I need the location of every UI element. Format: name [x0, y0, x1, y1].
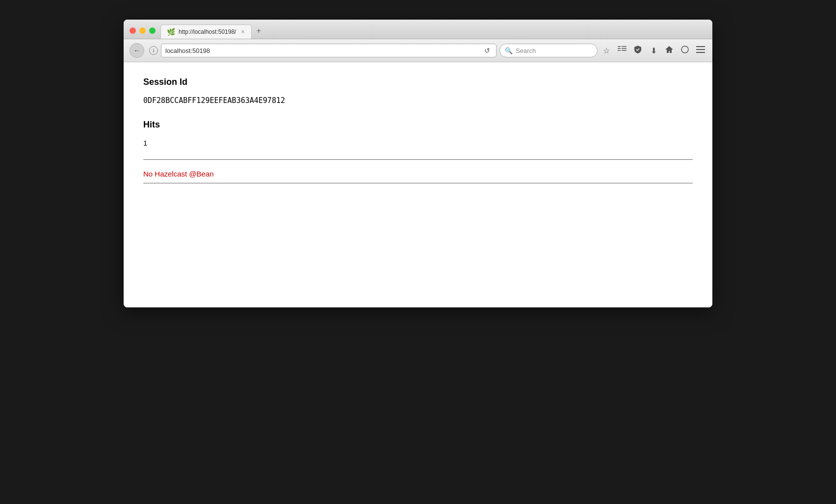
divider-top — [143, 159, 693, 160]
error-message: No Hazelcast @Bean — [143, 170, 693, 178]
chat-button[interactable] — [679, 45, 691, 56]
divider-bottom — [143, 183, 693, 183]
tab-favicon: 🌿 — [167, 28, 175, 36]
reading-list-button[interactable] — [616, 45, 628, 56]
home-button[interactable] — [663, 45, 675, 56]
page-content: Session Id 0DF28BCCABFF129EEFEAB363A4E97… — [124, 62, 712, 307]
url-bar[interactable]: localhost:50198 ↺ — [161, 44, 496, 57]
back-button[interactable]: ← — [130, 43, 144, 58]
svg-rect-7 — [696, 46, 705, 47]
download-button[interactable]: ⬇ — [648, 45, 659, 56]
tab-bar: 🌿 http://localhost:50198/ × + — [160, 25, 706, 39]
menu-button[interactable] — [695, 45, 706, 56]
bookmark-star-button[interactable]: ☆ — [601, 45, 612, 56]
shield-icon — [633, 45, 642, 56]
svg-rect-4 — [622, 48, 627, 49]
star-icon: ☆ — [603, 46, 610, 55]
hits-heading: Hits — [143, 120, 693, 130]
svg-rect-5 — [622, 50, 627, 51]
session-id-value: 0DF28BCCABFF129EEFEAB363A4E97812 — [143, 96, 693, 105]
svg-rect-3 — [622, 46, 627, 47]
url-text: localhost:50198 — [165, 47, 482, 54]
hits-value: 1 — [143, 139, 693, 147]
active-tab[interactable]: 🌿 http://localhost:50198/ × — [160, 25, 252, 39]
toolbar-icons: ☆ — [601, 45, 706, 56]
tab-title: http://localhost:50198/ — [179, 28, 236, 35]
close-button[interactable] — [130, 27, 136, 34]
svg-rect-1 — [618, 48, 621, 49]
window-controls — [130, 27, 156, 39]
hamburger-icon — [696, 46, 705, 55]
svg-rect-2 — [618, 50, 621, 51]
svg-rect-8 — [696, 49, 705, 50]
info-button[interactable]: i — [149, 46, 158, 55]
home-icon — [665, 45, 674, 56]
session-id-heading: Session Id — [143, 77, 693, 87]
svg-point-6 — [681, 46, 688, 53]
back-icon: ← — [133, 47, 140, 54]
search-bar[interactable]: 🔍 Search — [499, 44, 598, 57]
minimize-button[interactable] — [139, 27, 146, 34]
bubble-icon — [680, 45, 689, 56]
maximize-button[interactable] — [149, 27, 156, 34]
browser-window: 🌿 http://localhost:50198/ × + ← i localh… — [124, 20, 712, 307]
svg-rect-9 — [696, 52, 705, 53]
new-tab-button[interactable]: + — [252, 25, 265, 39]
info-icon: i — [153, 48, 154, 53]
tab-close-button[interactable]: × — [240, 28, 245, 35]
reload-button[interactable]: ↺ — [482, 47, 492, 54]
pocket-button[interactable] — [632, 45, 644, 56]
svg-rect-0 — [618, 46, 621, 47]
download-icon: ⬇ — [651, 46, 657, 55]
nav-bar: ← i localhost:50198 ↺ 🔍 Search ☆ — [124, 39, 712, 62]
search-placeholder: Search — [516, 47, 536, 54]
list-icon — [618, 46, 627, 55]
title-bar: 🌿 http://localhost:50198/ × + — [124, 20, 712, 39]
search-icon: 🔍 — [505, 47, 513, 54]
